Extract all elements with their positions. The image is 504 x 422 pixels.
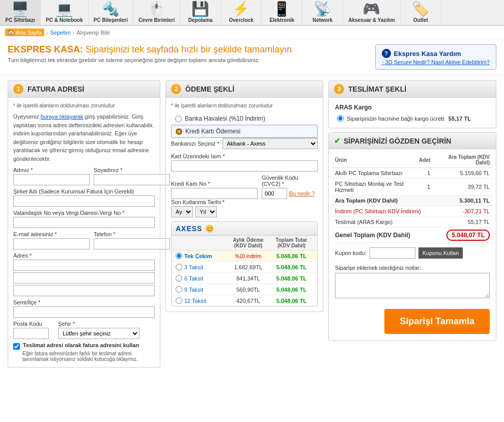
ad-soyad-row: Adınız * Soyadınız * <box>13 167 155 185</box>
axess-row-4[interactable]: 9 Taksit 560,90TL 5.048,06 TL <box>172 284 317 295</box>
soyadi-label: Soyadınız * <box>94 167 170 173</box>
expiry-row: Son Kullanma Tarihi * Ay Yıl <box>171 199 318 217</box>
payment-kredi[interactable]: Kredi Kartı Ödemesi <box>171 125 318 138</box>
havale-radio[interactable] <box>175 116 182 122</box>
nav-pc-notebook-label: PC & Notebook <box>46 17 83 23</box>
nav-outlet-icon: 🏷️ <box>412 2 430 16</box>
axess-row-5[interactable]: 12 Taksit 420,67TL 5.048,06 TL <box>172 295 317 306</box>
nav-elektronik[interactable]: 📱 Elektronik <box>262 0 302 25</box>
nav-depolama[interactable]: 💾 Depolama <box>180 0 221 25</box>
adres-input2[interactable] <box>13 272 155 284</box>
nav-network[interactable]: 📡 Network <box>302 0 343 25</box>
taksit3-radio[interactable] <box>176 264 182 270</box>
nav-pc-sihirbazi-label: PC Sihirbazı <box>5 17 35 23</box>
axess-table: AXESS 😊 Aylık Ödeme (KDV Dahil) Toplam T… <box>171 221 318 306</box>
bank-select-row: Bankanızı Seçiniz * Akbank - Axess Garan… <box>171 138 318 149</box>
odeme-required-note: * ile işaretli alanların doldurulması zo… <box>171 103 318 108</box>
nav-outlet[interactable]: 🏷️ Outlet <box>401 0 441 25</box>
nav-pc-sihirbazi[interactable]: 🖥️ PC Sihirbazı <box>0 0 41 25</box>
question-icon: ? <box>382 49 391 58</box>
order-table: Ürün Adet Ara Toplam (KDV Dahil) Akıllı … <box>332 152 493 243</box>
odeme-column: 2 ÖDEME ŞEKLİ * ile işaretli alanların d… <box>165 80 323 373</box>
order-summary-header: ✔ SİPARİŞİNİZİ GÖZDEN GEÇİRİN <box>329 133 496 149</box>
nav-network-icon: 📡 <box>314 2 331 16</box>
checkbox-label: Teslimat adresi olarak fatura adresini k… <box>23 342 139 348</box>
indirim-label: İndirim (PC Sihirbazı KDV İndirimi) <box>332 206 433 217</box>
breadcrumb-cart[interactable]: Sepetim <box>50 30 70 36</box>
posta-input[interactable] <box>13 328 49 339</box>
login-link[interactable]: buraya tıklayarak <box>41 114 83 120</box>
email-input[interactable] <box>13 238 90 249</box>
card-name-input[interactable] <box>171 160 318 172</box>
posta-sehir-row: Posta Kodu Şehir * Lütfen şehir seçiniz <box>13 321 155 339</box>
taksit12-radio[interactable] <box>176 297 182 304</box>
sirket-group: Şirket Adı (Sadece Kurumsal Fatura İçin … <box>13 188 155 207</box>
genel-toplam-val: 5.048,07 TL <box>433 228 493 243</box>
adres-input1[interactable] <box>13 260 155 271</box>
month-select[interactable]: Ay <box>171 206 193 217</box>
telefon-input[interactable] <box>94 238 170 249</box>
help-3d-secure-link[interactable]: ◦ 3D Secure Nedir? Nasıl Aktive Edebilir… <box>382 59 490 65</box>
nav-pc-bilesenleri-icon: 🔩 <box>102 2 120 16</box>
teslimat-label: Teslimat (ARAS Kargo) <box>332 217 433 228</box>
breadcrumb-home[interactable]: 🏠 Ana Sayfa <box>5 29 44 36</box>
bank-select[interactable]: Akbank - Axess Garanti - Bonus İş Bankas… <box>222 138 318 149</box>
taksit6-radio[interactable] <box>176 275 182 282</box>
teslimat-body: ARAS Kargo Siparişinizin hacmine bağlı k… <box>329 98 496 128</box>
col-total: Ara Toplam (KDV Dahil) <box>433 152 493 168</box>
coupon-input[interactable] <box>370 247 415 259</box>
fatura-column: 1 FATURA ADRESİ * ile işaretli alanların… <box>8 80 160 373</box>
nav-pc-notebook[interactable]: 💻 PC & Notebook <box>41 0 89 25</box>
nav-aksesuar-label: Aksesuar & Yazılım <box>348 17 395 23</box>
semt-label: Semt/İlçe * <box>13 299 155 305</box>
axess-row-1[interactable]: Tek Çekim %10 indirim 5.048,06 TL <box>172 250 317 262</box>
taksit6-label: 6 Taksit <box>184 275 203 282</box>
year-select[interactable]: Yıl <box>195 206 217 217</box>
fatura-title: FATURA ADRESİ <box>27 85 84 93</box>
adres-input3[interactable] <box>13 285 155 296</box>
sirket-input[interactable] <box>13 195 155 207</box>
aras-radio[interactable] <box>337 115 344 122</box>
nav-aksesuar[interactable]: 🎮 Aksesuar & Yazılım <box>343 0 401 25</box>
fatura-required-note: * ile işaretli alanların doldurulması zo… <box>13 103 155 108</box>
payment-havale[interactable]: Banka Havalesi (%10 İndirim) <box>171 112 318 125</box>
notes-textarea[interactable] <box>335 273 490 298</box>
nav-pc-bilesenleri[interactable]: 🔩 PC Bileşenleri <box>89 0 133 25</box>
item2-total: 39,72 TL <box>433 179 493 195</box>
taksit9-label: 9 Taksit <box>184 287 203 293</box>
fatura-section: 1 FATURA ADRESİ * ile işaretli alanların… <box>8 80 160 368</box>
cvv-input[interactable] <box>262 188 287 199</box>
grand-total-price: 5.048,07 TL <box>446 230 490 241</box>
vatandas-input[interactable] <box>13 217 155 228</box>
axess-logo: AXESS <box>176 224 202 233</box>
semt-input[interactable] <box>13 306 155 318</box>
odeme-body: * ile işaretli alanların doldurulması zo… <box>166 98 323 312</box>
cvv-group: Güvenlik Kodu (CVC2) * Bu nedir ? <box>262 175 318 199</box>
adi-label: Adınız * <box>13 167 90 173</box>
teslimat-num: 3 <box>334 84 344 94</box>
genel-toplam-row: Genel Toplam (KDV Dahil) 5.048,07 TL <box>332 228 493 243</box>
tek-cekim-radio[interactable] <box>176 252 182 259</box>
kredi-radio[interactable] <box>176 128 182 135</box>
coupon-button[interactable]: Kuponu Kullan <box>418 247 463 259</box>
havale-label: Banka Havalesi (%10 İndirim) <box>185 115 265 122</box>
fatura-checkbox[interactable] <box>13 343 20 350</box>
coupon-label: Kupon kodu: <box>335 250 367 256</box>
order-summary-section: ✔ SİPARİŞİNİZİ GÖZDEN GEÇİRİN Ürün Adet … <box>328 132 496 341</box>
nav-cevre-birimleri[interactable]: 🖱️ Cevre Birimleri <box>133 0 180 25</box>
aras-price-label: Siparişinizin hacmine bağlı kargo ücreti… <box>347 116 445 122</box>
submit-button[interactable]: Siparişi Tamamla <box>384 309 490 334</box>
nav-overclock[interactable]: ⚡ Overclock <box>221 0 262 25</box>
axess-row-2[interactable]: 3 Taksit 1.682,69TL 5.048,06 TL <box>172 262 317 273</box>
axess-row-3[interactable]: 6 Taksit 841,34TL 5.048,06 TL <box>172 273 317 284</box>
soyadi-input[interactable] <box>94 174 170 185</box>
cvv-label: Güvenlik Kodu (CVC2) * <box>262 175 318 187</box>
sehir-select[interactable]: Lütfen şehir seçiniz <box>58 328 139 339</box>
cvv-help-link[interactable]: Bu nedir ? <box>289 190 315 196</box>
notes-section: Siparişe eklemek istediğiniz notlar: <box>332 262 493 303</box>
taksit9-radio[interactable] <box>176 286 182 293</box>
card-no-input[interactable] <box>171 188 258 199</box>
adi-input[interactable] <box>13 174 90 185</box>
telefon-group: Telefon * <box>94 231 170 249</box>
sirket-label: Şirket Adı (Sadece Kurumsal Fatura İçin … <box>13 188 155 194</box>
